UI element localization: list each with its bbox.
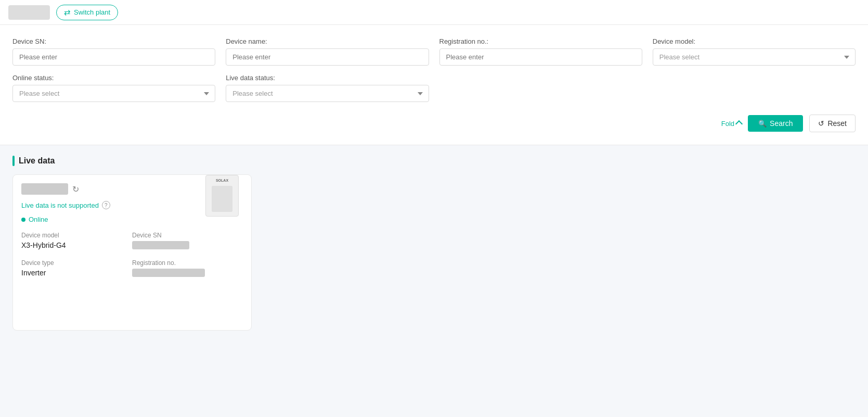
online-status-select[interactable]: Please select (12, 85, 215, 102)
device-card: ↻ Live data is not supported ? Online De… (12, 174, 252, 331)
live-data-status-select-wrapper: Please select (226, 85, 429, 102)
switch-plant-label: Switch plant (74, 8, 110, 16)
filter-section: Device SN: Device name: Registration no.… (0, 25, 868, 145)
registration-no-info-value (132, 269, 205, 277)
device-model-select-wrapper: Please select (653, 48, 856, 66)
search-icon: 🔍 (758, 120, 767, 128)
device-img-inner (212, 186, 232, 212)
device-model-label: Device model: (653, 37, 856, 45)
spacer-field-2 (653, 74, 856, 102)
device-image (205, 175, 239, 217)
device-type-info: Device type Inverter (21, 259, 132, 279)
device-image-area (205, 175, 239, 217)
filter-row-2: Online status: Please select Live data s… (12, 74, 856, 102)
reset-button[interactable]: ↺ Reset (809, 115, 856, 132)
device-name-label: Device name: (226, 37, 429, 45)
device-name-input[interactable] (226, 48, 429, 66)
online-status-label: Online status: (12, 74, 215, 82)
live-data-title: Live data (19, 156, 55, 166)
spacer-field-1 (439, 74, 642, 102)
refresh-icon[interactable]: ↻ (72, 184, 79, 194)
device-type-info-value: Inverter (21, 269, 132, 277)
filter-actions: Fold 🔍 Search ↺ Reset (12, 110, 856, 136)
device-sn-info: Device SN (132, 232, 243, 251)
chevron-up-icon (735, 120, 743, 128)
device-model-info: Device model X3-Hybrid-G4 (21, 232, 132, 251)
card-logo (21, 183, 68, 195)
device-model-info-label: Device model (21, 232, 132, 239)
switch-icon: ⇄ (64, 8, 71, 17)
filter-row-1: Device SN: Device name: Registration no.… (12, 37, 856, 66)
device-sn-input[interactable] (12, 48, 215, 66)
search-label: Search (770, 119, 793, 128)
top-bar: ⇄ Switch plant (0, 0, 868, 25)
online-status-field: Online status: Please select (12, 74, 215, 102)
fold-label: Fold (721, 120, 734, 128)
switch-plant-button[interactable]: ⇄ Switch plant (56, 5, 118, 20)
device-model-select[interactable]: Please select (653, 48, 856, 66)
device-model-info-value: X3-Hybrid-G4 (21, 241, 132, 249)
online-text: Online (29, 216, 48, 223)
device-model-field: Device model: Please select (653, 37, 856, 66)
device-sn-info-value (132, 241, 189, 249)
registration-no-field: Registration no.: (439, 37, 642, 66)
device-sn-info-label: Device SN (132, 232, 243, 239)
live-data-section-title: Live data (12, 156, 856, 166)
registration-no-label: Registration no.: (439, 37, 642, 45)
device-sn-field: Device SN: (12, 37, 215, 66)
device-name-field: Device name: (226, 37, 429, 66)
registration-no-input[interactable] (439, 48, 642, 66)
registration-no-info: Registration no. (132, 259, 243, 279)
live-data-status-field: Live data status: Please select (226, 74, 429, 102)
info-icon[interactable]: ? (102, 201, 110, 209)
title-bar-decoration (12, 156, 15, 166)
online-status-row: Online (21, 216, 205, 223)
live-data-unsupported-row: Live data is not supported ? (21, 201, 205, 209)
device-sn-label: Device SN: (12, 37, 215, 45)
live-data-unsupported-text: Live data is not supported (21, 201, 99, 209)
device-info-grid: Device model X3-Hybrid-G4 Device SN Devi… (21, 232, 243, 279)
device-type-info-label: Device type (21, 259, 132, 267)
live-data-status-label: Live data status: (226, 74, 429, 82)
registration-no-info-label: Registration no. (132, 259, 243, 267)
fold-button[interactable]: Fold (721, 120, 742, 128)
search-button[interactable]: 🔍 Search (748, 115, 803, 132)
logo (8, 5, 50, 20)
online-dot (21, 218, 25, 222)
live-data-status-select[interactable]: Please select (226, 85, 429, 102)
content-area: Live data ↻ Live data is not supported ?… (0, 145, 868, 341)
reset-icon: ↺ (818, 119, 824, 128)
online-status-select-wrapper: Please select (12, 85, 215, 102)
reset-label: Reset (827, 119, 847, 128)
